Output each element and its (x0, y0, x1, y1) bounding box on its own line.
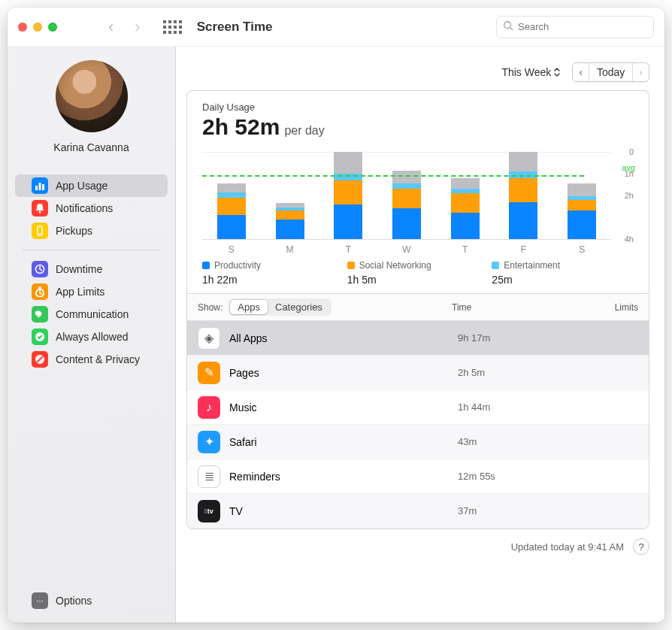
next-day-button[interactable]: › (633, 63, 649, 81)
chart-bar-3[interactable] (377, 152, 436, 239)
seg-categories[interactable]: Categories (268, 300, 330, 314)
day-label: M (261, 239, 319, 255)
app-limits-icon (32, 283, 48, 300)
always-allowed-icon (32, 329, 48, 345)
sidebar-item-label: Options (56, 595, 92, 607)
y-axis-labels: avg 4h2h1h0 (611, 152, 637, 253)
app-row-reminders[interactable]: ≣Reminders12m 55s (187, 459, 649, 494)
svg-point-0 (504, 21, 511, 28)
communication-icon (32, 306, 48, 323)
seg-apps[interactable]: Apps (230, 300, 268, 314)
search-input[interactable] (518, 21, 647, 32)
sidebar-item-options[interactable]: ··· Options (15, 589, 168, 612)
forward-button[interactable]: › (135, 17, 140, 37)
search-icon (503, 20, 513, 34)
y-tick: 1h (625, 169, 634, 178)
sidebar-item-always-allowed[interactable]: Always Allowed (15, 326, 168, 348)
chevron-updown-icon (554, 68, 560, 77)
day-label: T (319, 239, 377, 255)
sidebar-item-label: App Usage (56, 180, 107, 192)
legend-swatch (492, 262, 499, 269)
chart-bar-6[interactable] (552, 152, 611, 239)
show-segmented-control: Apps Categories (229, 298, 331, 316)
legend-item: Social Networking1h 5m (347, 260, 492, 286)
app-time: 2h 5m (458, 367, 638, 378)
svg-line-1 (510, 27, 513, 30)
show-all-button[interactable] (163, 20, 182, 34)
app-row-all-apps[interactable]: ◈All Apps9h 17m (187, 321, 649, 356)
show-label: Show: (198, 302, 222, 313)
date-nav-group: ‹ Today › (572, 62, 649, 82)
legend-time: 1h 5m (347, 274, 492, 286)
chart-bar-4[interactable] (436, 152, 495, 239)
today-button[interactable]: Today (589, 63, 633, 81)
chart-bar-2[interactable] (319, 152, 377, 239)
app-icon: ✦ (198, 431, 220, 453)
app-time: 9h 17m (458, 332, 638, 344)
titlebar: ‹ › Screen Time (8, 8, 664, 47)
sidebar-item-downtime[interactable]: Downtime (15, 258, 168, 280)
notifications-icon (32, 200, 48, 217)
content: This Week ‹ Today › Daily Usage 2h 52m p… (176, 47, 664, 622)
app-name: Music (229, 401, 458, 413)
sidebar-item-notifications[interactable]: Notifications (15, 197, 168, 220)
app-icon: ◈ (198, 327, 220, 350)
day-label: S (202, 239, 261, 255)
app-time: 37m (458, 505, 638, 516)
sidebar-item-content-privacy[interactable]: Content & Privacy (15, 348, 168, 371)
col-time-header: Time (452, 302, 557, 313)
sidebar-item-label: Always Allowed (56, 331, 129, 343)
legend-swatch (347, 262, 355, 269)
period-select[interactable]: This Week (497, 66, 565, 78)
app-icon: ♪ (198, 396, 220, 419)
period-label: This Week (501, 66, 551, 78)
chart-title: Daily Usage (202, 101, 637, 113)
chart-bar-1[interactable] (261, 152, 319, 239)
options-icon: ··· (32, 592, 48, 609)
chart-panel: Daily Usage 2h 52m per day SMTWTFS avg 4… (186, 90, 649, 293)
back-button[interactable]: ‹ (108, 17, 114, 37)
y-tick: 2h (625, 191, 634, 200)
y-tick: 0 (629, 147, 634, 156)
search-field[interactable] (496, 16, 654, 38)
prev-day-button[interactable]: ‹ (573, 63, 589, 81)
sidebar-item-pickups[interactable]: Pickups (15, 220, 168, 242)
day-label: T (436, 239, 495, 255)
date-range-bar: This Week ‹ Today › (186, 62, 649, 83)
legend-time: 1h 22m (202, 274, 347, 286)
chart-bar-5[interactable] (495, 152, 553, 239)
chart-summary: 2h 52m per day (202, 114, 637, 140)
app-row-tv[interactable]: 🣿tvTV37m (187, 494, 649, 529)
pickups-icon (32, 223, 48, 239)
app-row-music[interactable]: ♪Music1h 44m (187, 390, 649, 425)
chart-bar-0[interactable] (202, 152, 261, 239)
window: ‹ › Screen Time Karina Cavanna App Usage… (8, 8, 664, 622)
maximize-button[interactable] (48, 23, 57, 32)
app-name: Pages (229, 367, 458, 379)
chart-summary-value: 2h 52m (202, 114, 280, 140)
app-row-pages[interactable]: ✎Pages2h 5m (187, 356, 649, 390)
sidebar-item-app-usage[interactable]: App Usage (15, 174, 168, 197)
close-button[interactable] (18, 23, 27, 32)
sidebar-item-label: Content & Privacy (56, 353, 140, 365)
app-usage-icon (32, 177, 48, 194)
legend-time: 25m (492, 274, 637, 286)
app-name: Safari (229, 436, 458, 448)
content-privacy-icon (32, 351, 48, 368)
app-row-safari[interactable]: ✦Safari43m (187, 425, 649, 459)
legend-label: Social Networking (359, 260, 431, 271)
updated-text: Updated today at 9:41 AM (511, 541, 624, 553)
help-button[interactable]: ? (633, 538, 649, 555)
svg-rect-3 (39, 183, 41, 190)
app-icon: ≣ (198, 465, 220, 488)
sidebar-item-communication[interactable]: Communication (15, 303, 168, 326)
legend-label: Productivity (214, 260, 261, 271)
sidebar-item-app-limits[interactable]: App Limits (15, 280, 168, 303)
chart-bars (202, 152, 611, 239)
user-avatar[interactable] (56, 60, 128, 132)
day-label: F (495, 239, 553, 255)
page-title: Screen Time (197, 20, 273, 35)
sidebar-item-label: App Limits (56, 286, 104, 298)
day-label: S (552, 239, 611, 255)
minimize-button[interactable] (33, 23, 42, 32)
